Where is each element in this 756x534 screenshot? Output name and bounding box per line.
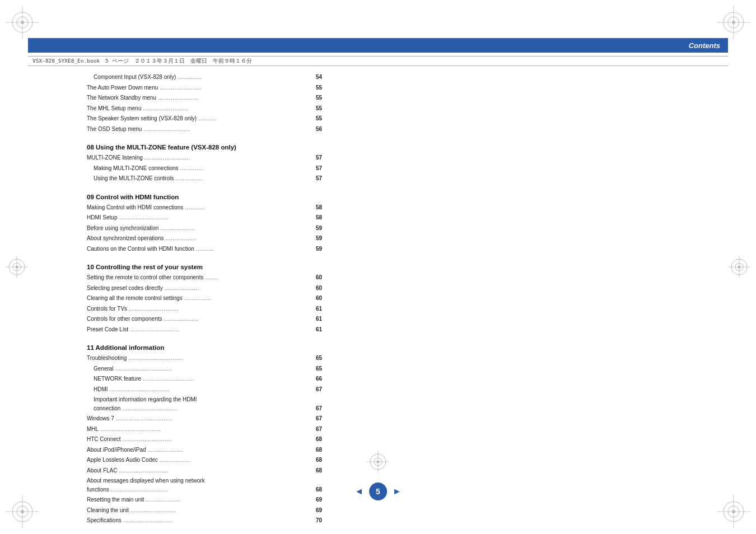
toc-entry: Apple Lossless Audio Codec..............… [87, 456, 322, 466]
toc-entry: Controls for TVs........................… [87, 305, 322, 315]
toc-entry: Using the MULTI-ZONE controls...........… [87, 174, 322, 185]
mid-decoration-left [6, 256, 28, 278]
entry-text: Setting the remote to control other comp… [87, 273, 203, 282]
entry-text: The OSD Setup menu [87, 125, 142, 134]
entry-dots: ........................... [129, 305, 310, 314]
entry-page: 68 [312, 456, 322, 465]
next-page-arrow[interactable]: ► [393, 486, 402, 496]
entry-page: 55 [312, 83, 322, 92]
section-heading-1: 08 Using the MULTI-ZONE feature (VSX-828… [87, 143, 322, 152]
entry-text: Clearing all the remote control settings [87, 294, 183, 303]
toc-entry: The OSD Setup menu......................… [87, 125, 322, 135]
entry-page: 60 [312, 294, 322, 303]
entry-dots: ................... [164, 315, 310, 324]
entry-dots: .......... [196, 245, 310, 254]
entry-page: 65 [312, 354, 322, 363]
entry-page: 69 [312, 495, 322, 504]
entry-text: Specifications [87, 516, 122, 525]
toc-entry: Preset Code List........................… [87, 325, 322, 336]
toc-entry: functions...............................… [87, 485, 322, 496]
toc-entry: About iPod/iPhone/iPad..................… [87, 446, 322, 456]
file-info-bar: VSX-828_SYXE8_En.book 5 ページ ２０１３年３月１日 金曜… [28, 56, 728, 66]
entry-text: Important information regarding the HDMI [94, 395, 197, 404]
toc-content: Component Input (VSX-828 only)..........… [87, 73, 322, 534]
entry-dots: ............... [184, 294, 310, 303]
entry-text: About FLAC [87, 466, 117, 475]
entry-page: 65 [312, 364, 322, 373]
toc-entry: HDMI Setup...........................58 [87, 213, 322, 224]
toc-entry: HDMI.................................67 [87, 385, 322, 396]
entry-text: Using the MULTI-ZONE controls [94, 174, 174, 183]
entry-dots [207, 484, 310, 484]
entry-text: About iPod/iPhone/iPad [87, 446, 146, 455]
entry-dots: ................... [146, 495, 310, 505]
section-heading-4: 11 Additional information [87, 343, 322, 352]
entry-page: 57 [312, 153, 322, 162]
entry-page: 69 [312, 506, 322, 515]
entry-page: 61 [312, 325, 322, 334]
toc-entry: MHL.................................67 [87, 425, 322, 435]
entry-dots: ................... [160, 224, 310, 233]
entry-dots: ............................ [143, 374, 310, 384]
corner-decoration-tl [6, 6, 39, 39]
entry-page: 59 [312, 245, 322, 254]
entry-page: 57 [312, 164, 322, 173]
entry-dots: ......................... [130, 506, 310, 516]
entry-page: 66 [312, 374, 322, 383]
entry-text: Troubleshooting [87, 354, 127, 363]
entry-dots: ................................. [100, 425, 310, 434]
entry-text: connection [94, 404, 120, 413]
entry-page: 68 [312, 485, 322, 494]
entry-dots: .............................. [122, 404, 310, 414]
toc-entry: Controls for other components...........… [87, 315, 322, 325]
entry-page: 67 [312, 425, 322, 434]
entry-page: 59 [312, 224, 322, 233]
header-title: Contents [689, 41, 720, 50]
entry-text: Resetting the main unit [87, 495, 144, 504]
entry-page: 55 [312, 104, 322, 113]
toc-section-section10: 10 Controlling the rest of your systemSe… [87, 263, 322, 335]
entry-dots [199, 402, 310, 403]
header-bar: Contents [28, 38, 728, 53]
entry-dots: ........... [185, 203, 310, 213]
toc-entry: Clearing all the remote control settings… [87, 294, 322, 305]
entry-page: 59 [312, 234, 322, 243]
entry-dots: ....................... [160, 83, 310, 93]
entry-page: 60 [312, 284, 322, 293]
entry-text: Making MULTI-ZONE connections [94, 164, 179, 173]
toc-entry: The MHL Setup menu......................… [87, 104, 322, 115]
entry-text: Component Input (VSX-828 only) [94, 73, 176, 82]
page-nav: ◄ 5 ► [354, 483, 402, 500]
toc-entry: NETWORK feature.........................… [87, 374, 322, 385]
entry-dots: ............................... [116, 414, 310, 424]
toc-entry: Selecting preset codes directly.........… [87, 284, 322, 294]
entry-page: 68 [312, 435, 322, 444]
entry-dots: ............................... [111, 485, 310, 495]
toc-entry: Cleaning the unit.......................… [87, 506, 322, 517]
entry-page: 55 [312, 114, 322, 123]
toc-section-misc-entries: Component Input (VSX-828 only)..........… [87, 73, 322, 135]
entry-dots: ........................... [119, 213, 310, 223]
toc-entry: Component Input (VSX-828 only)..........… [87, 73, 322, 83]
entry-text: MHL [87, 425, 99, 434]
entry-page: 61 [312, 315, 322, 324]
entry-text: HDMI Setup [87, 213, 117, 222]
toc-entry: Resetting the main unit.................… [87, 495, 322, 506]
entry-dots: ........................... [119, 466, 310, 476]
entry-dots: ......................... [144, 153, 310, 163]
toc-section-section08: 08 Using the MULTI-ZONE feature (VSX-828… [87, 143, 322, 185]
entry-dots: ........................... [123, 435, 310, 444]
current-page-number: 5 [369, 483, 387, 500]
entry-text: MULTI-ZONE listening [87, 153, 143, 162]
entry-text: HTC Connect [87, 435, 121, 444]
toc-entry: Troubleshooting.........................… [87, 354, 322, 364]
toc-entry: Making MULTI-ZONE connections...........… [87, 164, 322, 175]
section-heading-3: 10 Controlling the rest of your system [87, 263, 322, 271]
entry-dots: ...................... [158, 93, 310, 103]
prev-page-arrow[interactable]: ◄ [354, 486, 363, 496]
corner-decoration-bl [6, 495, 39, 528]
entry-page: 54 [312, 73, 322, 82]
entry-text: NETWORK feature [94, 374, 141, 383]
entry-dots: ........................... [123, 516, 310, 526]
toc-entry: General...............................65 [87, 364, 322, 375]
